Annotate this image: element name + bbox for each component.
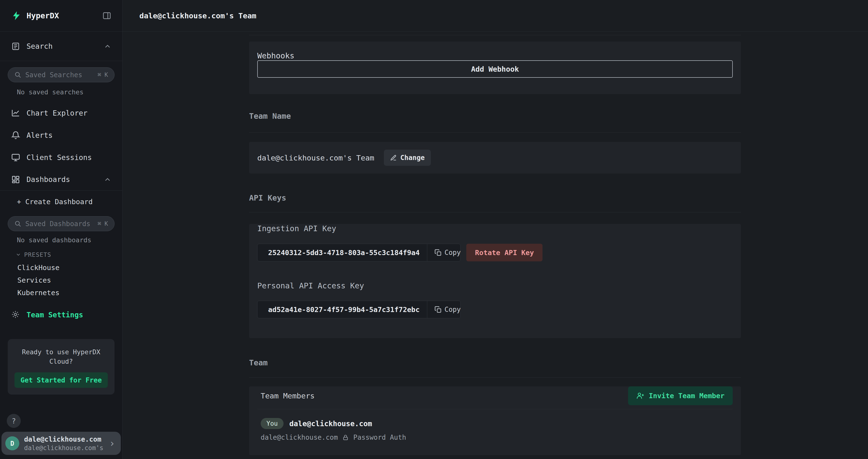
- team-name-value: dale@clickhouse.com's Team: [257, 153, 374, 162]
- sidebar-item-label: Client Sessions: [27, 153, 112, 162]
- chevron-down-icon: [16, 252, 21, 258]
- divider: [249, 377, 741, 378]
- you-badge: You: [261, 418, 283, 429]
- user-menu[interactable]: D dale@clickhouse.com dale@clickhouse.co…: [1, 432, 121, 455]
- presets-toggle[interactable]: PRESETS: [16, 251, 122, 258]
- sidebar-item-team-settings[interactable]: Team Settings: [0, 304, 122, 326]
- main-area: dale@clickhouse.com's Team Webhooks Add …: [123, 0, 868, 459]
- api-keys-card: Ingestion API Key 25240312-5dd3-4718-803…: [249, 224, 741, 338]
- chart-icon: [11, 108, 20, 117]
- sidebar-item-alerts[interactable]: Alerts: [0, 124, 122, 146]
- preset-item-kubernetes[interactable]: Kubernetes: [0, 286, 122, 299]
- member-meta: dale@clickhouse.com Password Auth: [257, 433, 733, 441]
- change-team-name-button[interactable]: Change: [384, 150, 431, 166]
- chevron-up-icon: [103, 175, 112, 184]
- saved-dashboards-field[interactable]: [25, 220, 98, 228]
- personal-key-value: ad52a41e-8027-4f57-99b4-5a7c31f72ebc: [257, 306, 427, 314]
- get-started-button[interactable]: Get Started for Free: [14, 372, 108, 388]
- member-email: dale@clickhouse.com: [261, 433, 338, 441]
- member-row: You dale@clickhouse.com dale@clickhouse.…: [257, 418, 733, 441]
- add-webhook-button[interactable]: Add Webhook: [257, 60, 733, 78]
- monitor-icon: [11, 153, 20, 162]
- bell-icon: [11, 131, 20, 140]
- preset-item-services[interactable]: Services: [0, 274, 122, 286]
- user-team-name: dale@clickhouse.com's: [24, 444, 109, 452]
- clipboard-icon: [434, 306, 442, 313]
- divider: [249, 133, 741, 133]
- divider: [249, 212, 741, 212]
- promo-text: Ready to use HyperDX Cloud?: [14, 347, 108, 366]
- help-button[interactable]: ?: [7, 414, 21, 428]
- personal-key-box: ad52a41e-8027-4f57-99b4-5a7c31f72ebc Cop…: [257, 301, 461, 318]
- search-icon: [14, 71, 22, 79]
- sidebar: HyperDX Search ⌘ K No saved searches Cha…: [0, 0, 123, 459]
- team-members-title: Team Members: [261, 392, 315, 400]
- search-section-label: Search: [27, 42, 103, 51]
- search-section-icon: [11, 42, 20, 51]
- hyperdx-logo-icon: [11, 10, 22, 21]
- no-saved-dashboards-text: No saved dashboards: [17, 236, 122, 244]
- chevron-right-icon: ›: [109, 438, 115, 448]
- team-name-section-title: Team Name: [249, 112, 741, 121]
- page-title: dale@clickhouse.com's Team: [140, 11, 256, 20]
- avatar: D: [5, 436, 19, 450]
- sidebar-item-label: Chart Explorer: [27, 109, 112, 117]
- sidebar-spacer: [0, 395, 122, 414]
- saved-searches-field[interactable]: [25, 71, 98, 79]
- team-section-title: Team: [249, 358, 741, 367]
- chevron-up-icon: [103, 42, 112, 51]
- user-info: dale@clickhouse.com dale@clickhouse.com'…: [24, 435, 109, 452]
- sidebar-item-label: Alerts: [27, 131, 112, 140]
- saved-dashboards-input[interactable]: ⌘ K: [8, 216, 115, 231]
- sidebar-section-search[interactable]: Search: [0, 32, 122, 61]
- member-auth-method: Password Auth: [353, 433, 406, 441]
- app-title: HyperDX: [27, 11, 102, 20]
- no-saved-searches-text: No saved searches: [17, 88, 122, 96]
- search-icon: [14, 220, 22, 227]
- pencil-icon: [390, 154, 397, 161]
- copy-label: Copy: [444, 306, 461, 314]
- member-identity: You dale@clickhouse.com: [257, 418, 733, 429]
- personal-key-label: Personal API Access Key: [257, 281, 733, 290]
- gear-icon: [11, 310, 20, 319]
- member-list: You dale@clickhouse.com dale@clickhouse.…: [257, 409, 733, 441]
- member-name: dale@clickhouse.com: [289, 420, 372, 428]
- invite-team-member-button[interactable]: Invite Team Member: [628, 386, 733, 405]
- change-button-label: Change: [400, 154, 425, 162]
- logo-row: HyperDX: [0, 0, 122, 32]
- rotate-api-key-button[interactable]: Rotate API Key: [466, 244, 542, 261]
- sidebar-item-client-sessions[interactable]: Client Sessions: [0, 146, 122, 168]
- shortcut-badge: ⌘ K: [98, 220, 108, 227]
- sidebar-item-dashboards[interactable]: Dashboards: [0, 168, 122, 191]
- sidebar-item-label: Dashboards: [27, 175, 103, 184]
- presets-label: PRESETS: [24, 251, 51, 258]
- preset-item-clickhouse[interactable]: ClickHouse: [0, 261, 122, 274]
- copy-personal-key-button[interactable]: Copy: [427, 301, 468, 318]
- team-members-header: Team Members Invite Team Member: [257, 386, 733, 405]
- user-plus-icon: [636, 392, 645, 400]
- settings-content: Webhooks Add Webhook Team Name dale@clic…: [123, 35, 741, 455]
- sidebar-item-chart-explorer[interactable]: Chart Explorer: [0, 102, 122, 124]
- team-settings-label: Team Settings: [27, 311, 83, 319]
- team-name-card: dale@clickhouse.com's Team Change: [249, 142, 741, 173]
- ingestion-key-box: 25240312-5dd3-4718-803a-55c3c184f9a4 Cop…: [257, 244, 461, 261]
- dashboard-grid-icon: [11, 175, 20, 184]
- saved-searches-input[interactable]: ⌘ K: [8, 67, 115, 82]
- shortcut-badge: ⌘ K: [98, 71, 108, 78]
- create-dashboard-button[interactable]: + Create Dashboard: [0, 191, 122, 213]
- team-members-card: Team Members Invite Team Member You dale…: [249, 386, 741, 455]
- invite-button-label: Invite Team Member: [649, 392, 724, 400]
- copy-label: Copy: [444, 249, 461, 257]
- ingestion-key-label: Ingestion API Key: [257, 224, 733, 233]
- collapse-sidebar-icon[interactable]: [102, 11, 112, 21]
- personal-key-row: ad52a41e-8027-4f57-99b4-5a7c31f72ebc Cop…: [257, 301, 733, 318]
- user-email: dale@clickhouse.com: [24, 435, 109, 443]
- ingestion-key-row: 25240312-5dd3-4718-803a-55c3c184f9a4 Cop…: [257, 244, 733, 261]
- cloud-promo-card: Ready to use HyperDX Cloud? Get Started …: [8, 339, 115, 395]
- preset-list: ClickHouse Services Kubernetes: [0, 261, 122, 299]
- page-header: dale@clickhouse.com's Team: [123, 0, 868, 32]
- webhooks-card: Webhooks Add Webhook: [249, 41, 741, 94]
- copy-ingestion-key-button[interactable]: Copy: [427, 244, 468, 261]
- lock-icon: [342, 434, 349, 441]
- api-keys-section-title: API Keys: [249, 193, 741, 202]
